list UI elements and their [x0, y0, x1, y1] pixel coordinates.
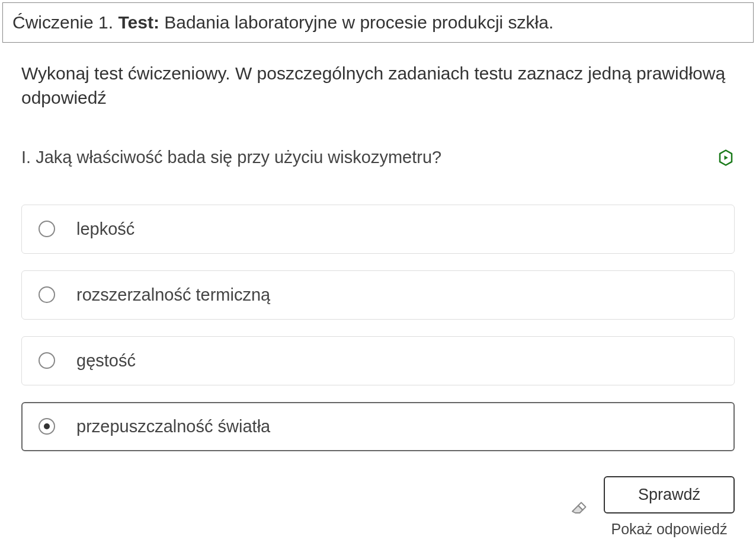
test-title: Badania laboratoryjne w procesie produkc…	[164, 12, 553, 32]
options-list: lepkość rozszerzalność termiczną gęstość…	[21, 205, 735, 451]
radio-icon	[39, 286, 55, 303]
option-przepuszczalnosc[interactable]: przepuszczalność światła	[21, 402, 735, 451]
option-label: lepkość	[76, 219, 134, 239]
exercise-header: Ćwiczenie 1. Test: Badania laboratoryjne…	[2, 2, 754, 43]
question-row: I. Jaką właściwość bada się przy użyciu …	[21, 146, 735, 169]
option-label: gęstość	[76, 351, 136, 371]
test-label: Test:	[118, 12, 159, 32]
question-text: I. Jaką właściwość bada się przy użyciu …	[21, 146, 453, 169]
check-button[interactable]: Sprawdź	[604, 476, 735, 513]
instructions: Wykonaj test ćwiczeniowy. W poszczególny…	[21, 62, 735, 110]
eraser-icon[interactable]	[569, 498, 587, 516]
content-area: Wykonaj test ćwiczeniowy. W poszczególny…	[0, 43, 756, 550]
option-label: rozszerzalność termiczną	[76, 285, 270, 305]
option-lepkosc[interactable]: lepkość	[21, 205, 735, 254]
option-gestosc[interactable]: gęstość	[21, 336, 735, 385]
option-label: przepuszczalność światła	[76, 417, 270, 436]
exercise-number: Ćwiczenie 1.	[12, 12, 113, 32]
footer-controls: Sprawdź Pokaż odpowiedź	[21, 476, 735, 538]
radio-icon	[39, 352, 55, 369]
hexagon-check-icon	[717, 149, 735, 167]
radio-icon	[39, 221, 55, 237]
footer-column: Sprawdź Pokaż odpowiedź	[604, 476, 735, 538]
option-rozszerzalnosc[interactable]: rozszerzalność termiczną	[21, 270, 735, 320]
show-answer-link[interactable]: Pokaż odpowiedź	[611, 521, 727, 538]
radio-icon	[39, 418, 55, 435]
